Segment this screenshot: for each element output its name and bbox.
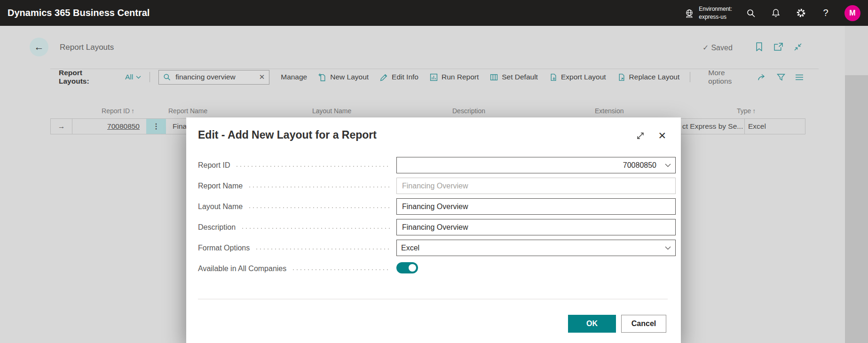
toolbar: Report Layouts: All ✕ Manage New Layout	[50, 69, 804, 85]
user-avatar[interactable]: M	[844, 5, 860, 21]
ok-button[interactable]: OK	[568, 315, 616, 333]
layout-name-input[interactable]	[401, 202, 671, 211]
bookmark-icon[interactable]	[755, 42, 763, 51]
replace-layout-button[interactable]: Replace Layout	[617, 73, 680, 81]
chevron-down-icon	[665, 246, 671, 250]
list-filter-label: Report Layouts:	[59, 69, 113, 86]
search-input[interactable]	[174, 72, 255, 82]
page-header-icons	[755, 42, 802, 51]
columns-icon	[490, 73, 498, 81]
environment-label: Environment:	[699, 5, 732, 13]
layout-name-label: Layout Name	[198, 203, 243, 211]
export-layout-button[interactable]: Export Layout	[549, 73, 606, 81]
field-report-id: Report ID	[198, 157, 676, 173]
report-id-dropdown	[396, 157, 676, 173]
extension-cell: ct Express by Se...	[682, 119, 743, 134]
filter-funnel-icon[interactable]	[777, 73, 785, 81]
type-cell: Excel	[748, 119, 766, 134]
field-format-options: Format Options Excel	[198, 240, 676, 256]
report-name-label: Report Name	[198, 182, 243, 190]
expand-dialog-icon[interactable]	[636, 132, 645, 140]
report-id-input[interactable]	[401, 161, 665, 170]
toolbar-right-icons	[758, 73, 804, 81]
share-icon[interactable]	[758, 73, 767, 81]
edit-layout-dialog: Edit - Add New Layout for a Report ✕ Rep…	[186, 117, 681, 343]
search-icon[interactable]	[745, 7, 757, 19]
environment-selector[interactable]: Environment: express-us	[684, 5, 732, 20]
dotted-leader	[242, 228, 390, 229]
column-header-report-name[interactable]: Report Name	[168, 107, 207, 115]
sort-asc-icon: ↑	[752, 107, 756, 115]
back-arrow-icon: ←	[34, 41, 44, 53]
column-header-description[interactable]: Description	[452, 107, 485, 115]
search-icon	[163, 73, 171, 81]
filter-all-dropdown[interactable]: All	[125, 73, 141, 81]
field-layout-name: Layout Name	[198, 198, 676, 215]
format-options-label: Format Options	[198, 244, 250, 252]
scrollbar-thumb[interactable]	[845, 75, 868, 343]
column-header-extension[interactable]: Extension	[595, 107, 623, 115]
cancel-button[interactable]: Cancel	[621, 315, 666, 333]
chevron-down-icon	[665, 164, 671, 167]
toggle-knob	[409, 264, 416, 272]
cell-divider	[744, 119, 745, 134]
topbar: Dynamics 365 Business Central Environmen…	[0, 0, 868, 26]
report-name-cell: Fina	[169, 119, 187, 134]
notifications-bell-icon[interactable]	[770, 7, 782, 19]
dotted-leader	[249, 207, 390, 208]
dialog-title: Edit - Add New Layout for a Report	[198, 129, 377, 141]
report-id-link[interactable]: 70080850	[107, 122, 140, 130]
page-title: Report Layouts	[60, 43, 114, 52]
format-options-select[interactable]: Excel	[396, 240, 676, 256]
topbar-right: Environment: express-us	[684, 5, 860, 21]
globe-icon	[684, 8, 694, 18]
description-input[interactable]	[401, 223, 671, 232]
dialog-header: Edit - Add New Layout for a Report ✕	[198, 129, 676, 141]
report-name-input	[401, 181, 671, 191]
collapse-icon[interactable]	[794, 43, 802, 51]
new-layout-button[interactable]: New Layout	[318, 73, 369, 81]
toolbar-divider	[150, 72, 150, 82]
report-id-label: Report ID	[198, 161, 230, 170]
saved-label: Saved	[711, 44, 732, 52]
run-report-icon	[430, 73, 438, 81]
dotted-leader	[237, 166, 390, 167]
environment-name: express-us	[699, 13, 732, 21]
column-header-type[interactable]: Type↑	[737, 107, 756, 115]
report-name-field	[396, 178, 676, 194]
saved-indicator: ✓ Saved	[702, 43, 733, 52]
sort-asc-icon: ↑	[131, 107, 134, 115]
back-button[interactable]: ←	[30, 38, 48, 56]
list-view-icon[interactable]	[795, 74, 804, 81]
available-all-companies-toggle[interactable]	[396, 262, 418, 273]
app-title[interactable]: Dynamics 365 Business Central	[8, 8, 150, 18]
field-report-name: Report Name	[198, 178, 676, 194]
vertical-scrollbar[interactable]	[845, 26, 868, 343]
dialog-footer-divider	[198, 299, 668, 299]
app-screen: Dynamics 365 Business Central Environmen…	[0, 0, 868, 343]
toolbar-divider	[690, 72, 690, 82]
export-icon	[549, 73, 557, 81]
open-in-window-icon[interactable]	[774, 43, 783, 51]
edit-info-button[interactable]: Edit Info	[380, 73, 418, 81]
available-all-companies-label: Available in All Companies	[198, 265, 286, 273]
dotted-leader	[256, 249, 390, 249]
close-dialog-icon[interactable]: ✕	[658, 131, 666, 140]
run-report-button[interactable]: Run Report	[430, 73, 479, 81]
replace-icon	[617, 73, 625, 81]
manage-button[interactable]: Manage	[281, 73, 307, 81]
description-label: Description	[198, 223, 236, 232]
settings-gear-icon[interactable]	[795, 7, 807, 19]
dotted-leader	[249, 187, 390, 187]
column-header-layout-name[interactable]: Layout Name	[312, 107, 351, 115]
chevron-down-icon	[136, 76, 141, 79]
row-open-arrow[interactable]: →	[51, 119, 72, 134]
row-menu-cell[interactable]: ⋮	[146, 119, 166, 134]
more-options-button[interactable]: More options	[708, 69, 749, 86]
set-default-button[interactable]: Set Default	[490, 73, 538, 81]
layout-name-field	[396, 198, 676, 215]
description-field	[396, 219, 676, 235]
help-icon[interactable]: ?	[820, 7, 832, 19]
clear-search-icon[interactable]: ✕	[259, 73, 265, 81]
column-header-report-id[interactable]: Report ID↑	[85, 107, 134, 115]
